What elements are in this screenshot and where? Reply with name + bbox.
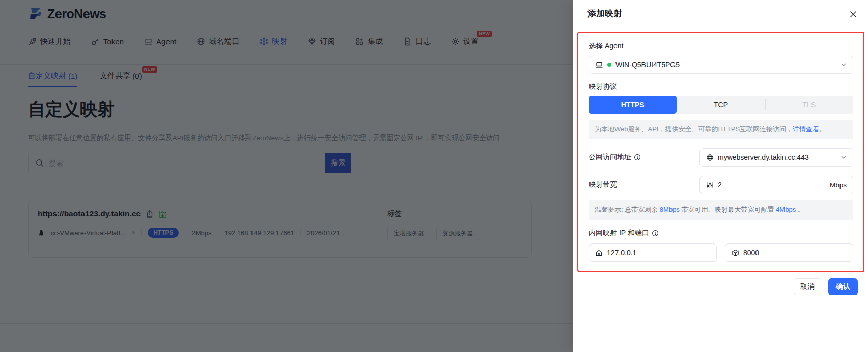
bandwidth-tip: 温馨提示: 总带宽剩余 8Mbps 带宽可用。映射最大带宽可配置 4Mbps 。 [589,200,853,220]
chevron-down-icon [841,154,847,160]
form-highlight-box: 选择 Agent WIN-Q5BUI4T5PG5 映射协议 HTTPS TCP … [577,32,864,272]
close-icon [849,10,857,18]
bandwidth-inputbox: Mbps [699,176,853,194]
public-address-value: mywebserver.dy.takin.cc:443 [718,153,809,161]
confirm-button[interactable]: 确认 [828,278,858,295]
protocol-segmented-control: HTTPS TCP TLS [589,96,853,114]
agent-select-value: WIN-Q5BUI4T5PG5 [615,61,680,69]
bandwidth-row: 映射带宽 Mbps [589,176,853,194]
port-inputbox [725,243,853,262]
public-address-row: 公网访问地址 mywebserver.dy.takin.cc:443 [589,148,853,167]
internal-port-input[interactable] [743,249,847,257]
drawer-title: 添加映射 [587,8,622,19]
protocol-label: 映射协议 [589,82,853,91]
details-link[interactable]: 详情查看 [793,125,819,133]
screen: ZeroNews 快速开始 Token A [0,0,868,352]
protocol-option-https[interactable]: HTTPS [589,96,677,114]
internal-ip-input[interactable] [607,249,710,257]
internal-label: 内网映射 IP 和端口 [589,229,649,238]
chevron-down-icon [841,62,847,68]
internal-ip-port-row [589,243,853,262]
protocol-option-tcp[interactable]: TCP [677,96,765,114]
agent-online-dot [607,63,611,67]
add-mapping-drawer: 添加映射 选择 Agent WIN-Q5BUI4T5PG5 映射协议 HTT [573,0,868,352]
cube-icon [732,249,739,257]
info-icon [634,154,641,161]
public-address-select[interactable]: mywebserver.dy.takin.cc:443 [699,148,853,167]
remaining-bandwidth: 8Mbps [660,206,680,213]
close-button[interactable] [848,9,859,20]
public-address-label: 公网访问地址 [589,153,631,162]
agent-select[interactable]: WIN-Q5BUI4T5PG5 [589,56,853,74]
drawer-footer: 取消 确认 [794,278,858,295]
ip-inputbox [589,243,717,262]
agent-label: 选择 Agent [589,42,853,51]
protocol-hint: 为本地Web服务、API，提供安全、可靠的HTTPS互联网连接访问，详情查看。 [589,120,853,139]
cancel-button[interactable]: 取消 [794,278,821,295]
www-globe-icon [706,154,714,161]
protocol-option-tls: TLS [765,96,853,114]
sliders-icon [706,181,714,189]
max-bandwidth: 4Mbps [776,206,796,213]
home-icon [595,249,603,257]
laptop-icon [595,61,603,69]
bandwidth-label: 映射带宽 [589,180,617,189]
bandwidth-input[interactable] [718,181,826,189]
bandwidth-unit: Mbps [830,181,847,189]
drawer-divider [573,28,868,28]
info-icon [652,230,659,237]
